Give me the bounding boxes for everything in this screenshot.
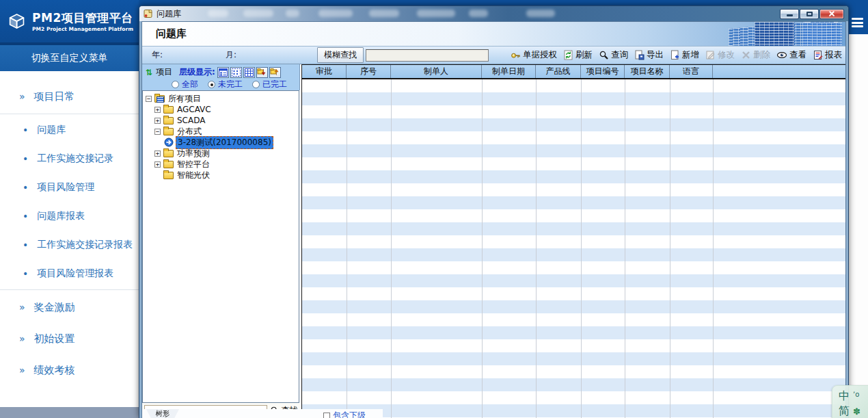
expand-expander-icon[interactable]: + — [154, 107, 161, 113]
tree-node-smart-pv[interactable]: 智能光伏 — [146, 170, 299, 181]
tree-node-smart-control[interactable]: + 智控平台 — [146, 159, 299, 170]
dialog-titlebar[interactable]: 问题库 — [139, 6, 848, 21]
main-area: ⇅ 项目 层级显示: — [142, 64, 845, 418]
view-button[interactable]: 查看 — [776, 49, 806, 61]
sidebar-item-initial-settings[interactable]: » 初始设置 — [0, 323, 139, 354]
bullet-icon: • — [23, 239, 28, 250]
sidebar-bottom-bar — [0, 407, 139, 418]
refresh-icon — [563, 50, 573, 60]
ime-punctuation-mark: ʼo — [853, 391, 859, 398]
fuzzy-search-button[interactable]: 模糊查找 — [317, 47, 364, 63]
refresh-button[interactable]: 刷新 — [563, 49, 593, 61]
column-header-create-date[interactable]: 制单日期 — [482, 65, 536, 78]
bullet-icon: • — [23, 182, 28, 193]
collapse-all-icon[interactable] — [269, 67, 281, 78]
column-header-product-line[interactable]: 产品线 — [536, 65, 581, 78]
grid-line — [581, 79, 582, 418]
expand-expander-icon[interactable]: + — [154, 151, 161, 157]
bullet-icon: • — [23, 211, 28, 222]
root-folder-icon — [154, 95, 165, 103]
ime-simplified-toggle[interactable]: 简 ✽ — [839, 404, 868, 418]
sort-updown-icon[interactable]: ⇅ — [146, 68, 152, 77]
sidebar-item-bonus[interactable]: » 奖金激励 — [0, 291, 139, 323]
switch-menu-button[interactable]: 切换至自定义菜单 — [0, 45, 139, 71]
authorize-button[interactable]: 单据授权 — [511, 49, 557, 61]
divider — [0, 289, 139, 290]
table-header-row: 审批 序号 制单人 制单日期 产品线 项目编号 项目名称 语言 — [302, 65, 845, 79]
titlebar-glass-smudge — [526, 10, 555, 17]
sidebar-item-risk-report[interactable]: • 项目风险管理报表 — [0, 259, 139, 288]
tree-node-scada[interactable]: + SCADA — [146, 115, 299, 126]
export-button[interactable]: 导出 — [634, 49, 664, 61]
sidebar-nav: » 项目日常 • 问题库 • 工作实施交接记录 • 项目风险管理 • 问题库报表… — [0, 71, 139, 386]
query-button[interactable]: 查询 — [599, 49, 628, 61]
expand-all-icon[interactable] — [256, 67, 268, 78]
radio-unfinished[interactable]: 未完工 — [208, 79, 243, 90]
sidebar-item-issue-library[interactable]: • 问题库 — [0, 116, 139, 144]
bullet-icon: • — [23, 153, 28, 164]
detail-view-icon[interactable] — [217, 67, 229, 78]
results-table: 审批 序号 制单人 制单日期 产品线 项目编号 项目名称 语言 — [301, 64, 845, 418]
sidebar-item-handover-report[interactable]: • 工作实施交接记录报表 — [0, 231, 139, 259]
dialog-title: 问题库 — [157, 8, 181, 20]
year-label: 年: — [152, 49, 163, 61]
include-sublevel-checkbox[interactable]: 包含下级 — [323, 410, 366, 418]
tree-node-selected-project[interactable]: 3-28测试(2017000085) — [146, 137, 299, 148]
ime-language-toggle[interactable]: 中 ʼo — [839, 389, 868, 404]
sidebar-item-performance[interactable]: » 绩效考核 — [0, 354, 139, 386]
column-header-creator[interactable]: 制单人 — [391, 65, 482, 78]
sidebar-item-issue-report[interactable]: • 问题库报表 — [0, 202, 139, 231]
divider — [0, 114, 139, 114]
grid-view-icon[interactable] — [243, 67, 255, 78]
level-display-label: 层级显示: — [179, 66, 215, 78]
column-header-project-no[interactable]: 项目编号 — [581, 65, 625, 78]
collapse-expander-icon[interactable]: − — [154, 129, 161, 135]
go-arrow-icon — [164, 138, 174, 147]
column-header-language[interactable]: 语言 — [670, 65, 713, 78]
tree-node-power-forecast[interactable]: + 功率预测 — [146, 148, 299, 159]
add-button[interactable]: 新增 — [670, 49, 699, 61]
folder-icon — [163, 161, 174, 168]
building-graphic — [726, 22, 845, 47]
sidebar-item-risk-management[interactable]: • 项目风险管理 — [0, 173, 139, 202]
small-icons-view-icon[interactable] — [230, 67, 242, 78]
tree-node-root[interactable]: − 所有项目 — [146, 93, 299, 104]
status-filter-radios: 全部 未完工 已完工 — [144, 79, 297, 90]
grid-line — [391, 79, 392, 418]
project-tree: − 所有项目 + AGCAVC + SCADA — [142, 90, 299, 403]
sidebar-item-project-daily[interactable]: » 项目日常 — [0, 81, 139, 112]
month-label: 月: — [226, 49, 236, 61]
maximize-button[interactable] — [800, 9, 819, 19]
collapse-expander-icon[interactable]: − — [146, 96, 152, 102]
column-header-approve[interactable]: 审批 — [302, 65, 347, 78]
table-body[interactable] — [302, 79, 845, 418]
fuzzy-search-input[interactable] — [366, 49, 489, 62]
radio-finished[interactable]: 已完工 — [252, 79, 287, 90]
folder-icon — [163, 172, 174, 179]
column-header-project-name[interactable]: 项目名称 — [625, 65, 670, 78]
minimize-button[interactable] — [780, 9, 799, 19]
column-header-serial[interactable]: 序号 — [347, 65, 391, 78]
edit-icon — [705, 50, 716, 60]
radio-all[interactable]: 全部 — [172, 79, 198, 90]
titlebar-glass-smudge — [286, 10, 299, 17]
cube-logo-icon — [5, 8, 28, 34]
report-button[interactable]: 报表 — [813, 49, 842, 61]
hamburger-menu-icon[interactable] — [852, 18, 863, 27]
titlebar-glass-smudge — [369, 10, 399, 17]
report-icon — [813, 50, 823, 60]
close-button[interactable] — [819, 9, 844, 19]
issue-library-dialog: 问题库 问题库 年: 月: 模糊查找 — [139, 5, 849, 418]
checkbox-icon — [323, 413, 330, 418]
titlebar-glass-smudge — [318, 10, 353, 17]
titlebar-glass-smudge — [417, 10, 455, 17]
sidebar-item-work-handover[interactable]: • 工作实施交接记录 — [0, 144, 139, 173]
tree-node-agcavc[interactable]: + AGCAVC — [146, 104, 299, 115]
bullet-icon: • — [23, 268, 28, 279]
tab-tree-view[interactable]: 树形 — [146, 409, 179, 418]
grid-line — [713, 79, 714, 418]
app-logo: PM2项目管理平台 PM2 Project Management Platfor… — [0, 0, 139, 45]
folder-icon — [163, 150, 174, 157]
expand-expander-icon[interactable]: + — [154, 118, 161, 124]
expand-expander-icon[interactable]: + — [154, 161, 161, 168]
